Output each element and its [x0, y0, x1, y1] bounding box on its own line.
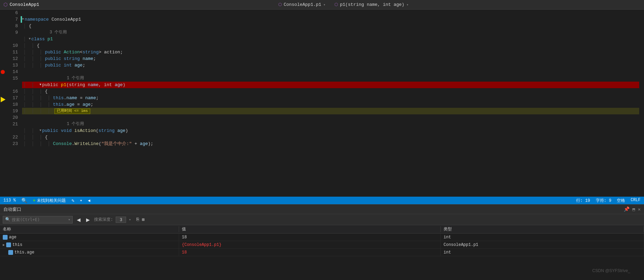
code-line-13: │ │ │ public int age ; — [22, 62, 639, 69]
indent-18: │ │ │ │ — [23, 101, 53, 108]
panel-controls: 📌 ⬒ ✕ — [624, 206, 641, 212]
depth-input[interactable] — [116, 217, 126, 223]
app-title: ConsoleApp1 — [10, 2, 39, 7]
param-name-15: name — [88, 82, 98, 88]
ln-6: 6 — [7, 10, 18, 16]
expand-arrow-this[interactable]: ▶ — [3, 243, 5, 247]
collapse-21[interactable]: ▼ — [40, 127, 41, 134]
search-dropdown[interactable]: ▾ — [68, 218, 70, 222]
ref-count-15: 1 个引用 — [22, 75, 639, 82]
kw-public-11: public — [45, 49, 64, 55]
table-row-this[interactable]: ▶ this {ConsoleApp1.p1} ConsoleApp1.p1 — [0, 241, 644, 249]
ln-13: 13 — [7, 62, 18, 69]
encoding-info: CRLF — [631, 198, 641, 204]
code-line-18: │ │ │ │ this . age = age ; — [22, 101, 639, 108]
expand-icon[interactable]: ⊞ — [142, 217, 145, 222]
file-tab[interactable]: ConsoleApp1.p1 — [284, 2, 321, 7]
action-type: Action — [64, 49, 80, 55]
age-param-23: age — [140, 141, 148, 147]
method-tab[interactable]: p1(string name, int age) — [340, 2, 404, 7]
brace-22: { — [45, 134, 48, 141]
assign-18: = — [74, 101, 82, 108]
search-fwd-btn[interactable]: ▶ — [85, 216, 91, 223]
brace-10: { — [37, 42, 40, 49]
col-header-value: 值 — [179, 226, 441, 232]
code-editor[interactable]: ▼ namespace ConsoleApp1 │ { 3 个引用 │ ▼ cl… — [22, 10, 639, 197]
method-dropdown-arrow[interactable]: ▾ — [406, 3, 408, 7]
copy-icon[interactable]: ⎘ — [136, 217, 139, 222]
editor-container: 6 7 8 9 10 11 12 13 14 15 16 17 18 19 20… — [0, 10, 644, 280]
semi-17: ; — [96, 95, 99, 101]
name-cell-age: age — [0, 234, 179, 241]
plus-23: + — [135, 141, 140, 147]
code-line-21: │ │ ▼ public void isAction ( string age … — [22, 127, 639, 134]
kw-void-21: void — [61, 127, 74, 134]
action-generic-end: > action; — [98, 49, 123, 55]
var-age-13: age — [74, 62, 82, 69]
ln-14: 14 — [7, 69, 18, 75]
minimap[interactable] — [639, 10, 644, 197]
kw-public-12: public — [45, 55, 64, 62]
collapse-9[interactable]: ▼ — [29, 36, 31, 42]
status-bar: 113 % 🔍 ● 未找到相关问题 ✎ ▾ ◀ 行: 19 字符: 9 空格 C… — [0, 197, 644, 204]
param-age-15: age — [115, 82, 123, 88]
this-icon — [6, 242, 11, 247]
search-input[interactable] — [12, 217, 67, 222]
breakpoint-line15[interactable] — [1, 70, 5, 74]
name-cell-thisage: this.age — [0, 249, 179, 256]
this-name: this — [12, 242, 22, 247]
name-val-17: name — [85, 95, 96, 101]
code-line-7: ▼ namespace ConsoleApp1 — [22, 16, 639, 23]
collapse-15[interactable]: ▼ — [40, 82, 41, 88]
dropdown-status[interactable]: ▾ — [80, 198, 82, 203]
ref-text-9: 3 个引用 — [50, 29, 67, 36]
editor-area[interactable]: 6 7 8 9 10 11 12 13 14 15 16 17 18 19 20… — [0, 10, 644, 197]
method-tab-icon: ⬡ — [334, 2, 338, 7]
zoom-level: 113 % — [3, 198, 16, 203]
semi-12: ; — [93, 55, 96, 62]
type-cell-age: int — [441, 234, 644, 241]
depth-dropdown[interactable]: ▾ — [129, 218, 131, 222]
ref-text-21: 1 个引用 — [67, 121, 84, 127]
code-line-20 — [22, 114, 639, 121]
type-cell-this: ConsoleApp1.p1 — [441, 241, 644, 248]
collapse-7[interactable]: ▼ — [22, 16, 24, 23]
comma-15: , — [98, 82, 104, 88]
string-type-11: string — [83, 49, 99, 55]
params-21: ( — [96, 127, 98, 134]
code-line-9: │ ▼ class p1 — [22, 36, 639, 42]
watermark: CSDN @SYFStrive_ — [592, 268, 630, 273]
ln-11: 11 — [7, 49, 18, 55]
ln-7: 7 — [7, 16, 18, 23]
indent-11: │ │ │ — [23, 49, 45, 55]
paren-end-21: ) — [125, 127, 128, 134]
kw-namespace: namespace — [24, 16, 51, 23]
check-icon: ● — [33, 198, 35, 203]
auto-window-panel: 自动窗口 📌 ⬒ ✕ 🔍 ▾ ◀ ▶ 搜索深度: ▾ ⎘ ⊞ — [0, 204, 644, 280]
depth-label: 搜索深度: — [94, 217, 113, 222]
dot-18a: . — [64, 101, 66, 108]
table-row-age: age 18 int — [0, 234, 644, 241]
thisage-name: this.age — [14, 250, 34, 255]
file-tab-icon: ⬡ — [278, 2, 282, 7]
col-info: 字符: 9 — [596, 198, 612, 204]
kw-int-13: int — [64, 62, 74, 69]
pin-icon[interactable]: 📌 — [624, 206, 630, 212]
value-cell-thisage: 18 — [179, 249, 441, 256]
search-icon: 🔍 — [5, 217, 10, 222]
age-val-18: age — [83, 101, 91, 108]
paren-end-23: ); — [148, 141, 154, 147]
nav-left[interactable]: ◀ — [88, 198, 90, 203]
string-23: "我是个中介:" — [101, 141, 134, 147]
kw-class: class — [31, 36, 48, 42]
this-name-17: name — [66, 95, 77, 101]
app-title-section: ⬡ ConsoleApp1 — [3, 2, 39, 8]
code-line-22: │ │ │ { — [22, 134, 639, 141]
file-dropdown-arrow[interactable]: ▾ — [323, 3, 325, 7]
search-back-btn[interactable]: ◀ — [75, 216, 82, 223]
edit-icon: ✎ — [71, 198, 74, 204]
ln-16: 16 — [7, 88, 18, 95]
close-panel-icon[interactable]: ✕ — [638, 207, 641, 212]
space-info: 空格 — [617, 198, 625, 204]
maximize-icon[interactable]: ⬒ — [632, 207, 635, 212]
